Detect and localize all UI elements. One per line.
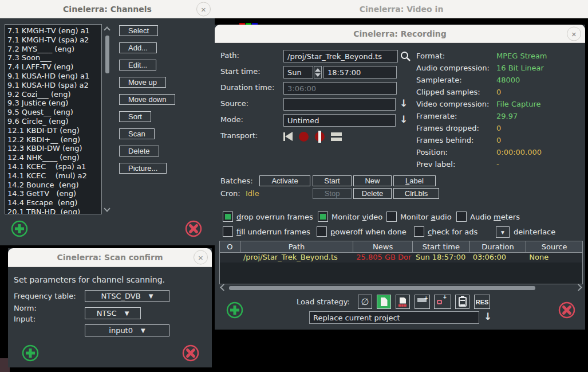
stop-button[interactable]: Stop xyxy=(313,188,352,199)
close-icon[interactable]: × xyxy=(196,2,211,16)
recording-titlebar[interactable]: Cinelerra: Recording × xyxy=(215,25,585,43)
channel-list-item[interactable]: 9.1 KUSA-HD (spa) a2 xyxy=(7,81,101,90)
duration-input[interactable]: 3:06:00 xyxy=(283,82,397,95)
load-nothing-button[interactable]: ∅ xyxy=(358,295,372,309)
record-frame-icon[interactable] xyxy=(315,132,325,142)
channel-list-item[interactable]: 7.1 KMGH-TV (spa) a2 xyxy=(7,36,101,45)
record-icon[interactable] xyxy=(299,132,309,142)
scroll-up-icon[interactable] xyxy=(104,26,110,33)
load-replace-project-button[interactable] xyxy=(377,295,391,309)
channel-list-item[interactable]: 14.4 Escape (eng) xyxy=(7,198,101,207)
stop-icon[interactable] xyxy=(331,132,342,141)
batch-table[interactable]: O Path News Start time Duration Source /… xyxy=(219,241,583,284)
poweroff-when-done-checkbox[interactable] xyxy=(317,226,327,237)
close-icon[interactable]: × xyxy=(194,250,208,265)
scroll-right-icon[interactable] xyxy=(575,284,582,291)
channel-action-button[interactable]: Scan xyxy=(119,128,155,139)
channel-action-button[interactable]: Add... xyxy=(119,42,157,53)
channel-action-button[interactable]: Move up xyxy=(119,77,166,88)
channel-action-button[interactable]: Delete xyxy=(119,146,159,156)
norm-dropdown[interactable]: NTSC ▼ xyxy=(85,307,141,319)
load-resources-only-button[interactable]: RES xyxy=(474,295,490,309)
channel-list-item[interactable]: 9.6 Circle_ (eng) xyxy=(7,117,101,126)
channel-list-item[interactable]: 12.1 KBDI-DT (eng) xyxy=(7,126,101,135)
channels-titlebar[interactable]: Cinelerra: Channels × xyxy=(0,0,215,18)
source-dropdown-icon[interactable]: ↓ xyxy=(400,99,408,108)
spinner-up-icon[interactable] xyxy=(315,68,321,72)
channel-list[interactable]: 7.1 KMGH-TV (eng) a1 7.1 KMGH-TV (spa) a… xyxy=(5,24,102,214)
spinner-down-icon[interactable] xyxy=(315,73,321,77)
start-time-input[interactable]: 18:57:00 xyxy=(323,66,397,79)
load-strategy-dropdown-icon[interactable]: ↓ xyxy=(484,312,492,322)
ok-button[interactable] xyxy=(10,219,29,240)
hscrollbar-thumb[interactable] xyxy=(229,286,535,290)
channel-list-item[interactable]: 7.4 LAFF-TV (eng) xyxy=(7,62,101,72)
channel-action-button[interactable]: Select xyxy=(119,25,158,36)
monitor-audio-checkbox[interactable] xyxy=(386,212,397,222)
cancel-button[interactable] xyxy=(557,300,577,322)
input-dropdown[interactable]: input0 ▼ xyxy=(85,324,169,336)
scroll-down-icon[interactable] xyxy=(104,205,110,212)
load-append-new-tracks-button[interactable]: + xyxy=(415,295,430,309)
channel-action-button[interactable]: Picture... xyxy=(119,163,167,174)
column-header-source[interactable]: Source xyxy=(526,241,582,252)
channel-list-item[interactable]: 7.1 KMGH-TV (eng) a1 xyxy=(7,26,101,36)
channel-action-button[interactable]: Sort xyxy=(119,111,151,122)
ok-button[interactable] xyxy=(21,343,40,365)
channel-list-item[interactable]: 14.1 KCEC (mul) a2 xyxy=(7,171,101,181)
cancel-button[interactable] xyxy=(181,343,200,365)
video-in-titlebar[interactable]: Cinelerra: Video in xyxy=(215,0,588,18)
channel-list-item[interactable]: 7.3 Soon___ xyxy=(7,53,101,62)
deinterlace-dropdown-button[interactable]: ▼ xyxy=(496,226,510,238)
start-day-input[interactable]: Sun xyxy=(283,66,313,79)
audio-meters-checkbox[interactable] xyxy=(456,212,467,222)
channel-list-scrollbar[interactable] xyxy=(103,24,111,214)
drop-overrun-frames-checkbox[interactable] xyxy=(223,212,233,222)
channel-list-item[interactable]: 7.2 MYS____ (eng) xyxy=(7,45,101,54)
channel-list-item[interactable]: 14.1 KCEC (spa) a1 xyxy=(7,162,101,171)
mode-dropdown-icon[interactable]: ↓ xyxy=(400,115,408,124)
load-paste-insertion-button[interactable] xyxy=(455,295,469,309)
column-header-o[interactable]: O xyxy=(220,241,240,252)
label-button[interactable]: Label xyxy=(393,175,436,186)
clrlbls-button[interactable]: ClrLbls xyxy=(393,188,439,199)
start-button[interactable]: Start xyxy=(313,175,352,186)
channel-action-button[interactable]: Move down xyxy=(119,94,175,105)
channel-list-item[interactable]: 9.2 Cozi___ (eng) xyxy=(7,90,101,99)
frequency-table-dropdown[interactable]: NTSC_DVB ▼ xyxy=(85,290,169,302)
channel-list-item[interactable]: 14.3 GetTV (eng) xyxy=(7,189,101,198)
scrollbar-thumb[interactable] xyxy=(105,36,109,73)
channel-list-item[interactable]: 12.2 KBDI+__ (eng) xyxy=(7,135,101,144)
fill-underrun-frames-checkbox[interactable] xyxy=(223,226,233,237)
rewind-to-start-icon[interactable] xyxy=(283,132,293,141)
scroll-left-icon[interactable] xyxy=(220,284,227,291)
channel-list-item[interactable]: 12.3 KBDI-DW (eng) xyxy=(7,144,101,153)
column-header-start-time[interactable]: Start time xyxy=(412,241,469,252)
path-input[interactable]: /proj/Star_Trek_Beyond.ts xyxy=(283,50,398,62)
new-button[interactable]: New xyxy=(353,175,392,186)
activate-button[interactable]: Activate xyxy=(259,175,310,186)
day-spinner[interactable] xyxy=(314,66,322,79)
batch-table-hscrollbar[interactable] xyxy=(228,286,575,291)
load-concatenate-tracks-button[interactable]: + xyxy=(434,295,451,309)
delete-button[interactable]: Delete xyxy=(353,188,392,199)
channel-action-button[interactable]: Edit... xyxy=(119,60,156,71)
scan-confirm-titlebar[interactable]: Cinelerra: Scan confirm × xyxy=(8,248,212,267)
close-icon[interactable]: × xyxy=(567,26,581,41)
check-for-ads-checkbox[interactable] xyxy=(414,226,424,237)
ok-button[interactable] xyxy=(225,300,244,322)
channel-list-item[interactable]: 9.3 Justice (eng) xyxy=(7,99,101,108)
channel-list-item[interactable]: 9.1 KUSA-HD (eng) a1 xyxy=(7,72,101,81)
column-header-duration[interactable]: Duration xyxy=(469,241,526,252)
batch-row[interactable]: /proj/Star_Trek_Beyond.ts 25.805 GB Dor … xyxy=(220,253,582,263)
mode-input[interactable]: Untimed xyxy=(283,114,396,127)
magnifier-icon[interactable] xyxy=(400,51,411,64)
load-strategy-input[interactable]: Replace current project xyxy=(309,311,479,324)
channel-list-item[interactable]: 9.5 Quest__ (eng) xyxy=(7,108,101,117)
cancel-button[interactable] xyxy=(184,219,203,240)
column-header-news[interactable]: News xyxy=(353,241,412,252)
monitor-video-checkbox[interactable] xyxy=(318,212,328,222)
channel-list-item[interactable]: 20.1 TBN-HD (eng) xyxy=(7,207,101,214)
channel-list-item[interactable]: 12.4 NHK____ (eng) xyxy=(7,153,101,162)
source-input[interactable] xyxy=(283,98,396,111)
